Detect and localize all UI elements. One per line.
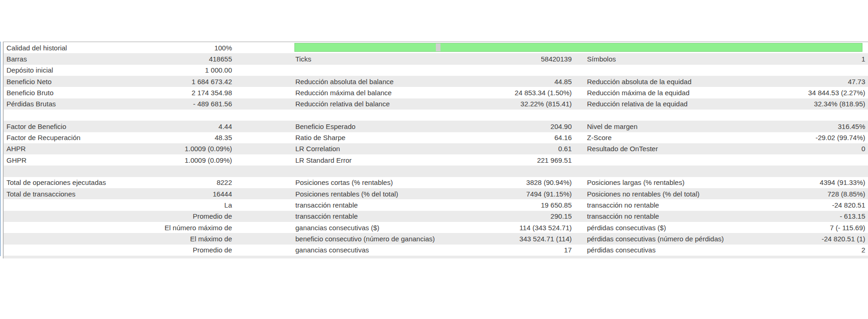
metric-label: ganancias consecutivas <box>292 246 435 254</box>
metric-value: 316.45% <box>727 123 868 130</box>
metric-value: -29.02 (99.74%) <box>727 134 868 141</box>
metric-label: Factor de Recuperación <box>4 134 140 141</box>
metric-value: 32.22% (815.41) <box>435 100 572 108</box>
metric-label: Calidad del historial <box>4 44 140 52</box>
metric-label: Símbolos <box>584 55 727 63</box>
metric-label: Total de transacciones <box>4 190 140 198</box>
table-row[interactable]: AHPR1.0009 (0.09%)LR Correlation0.61Resu… <box>4 143 868 154</box>
metric-label: AHPR <box>4 145 140 153</box>
metric-label: Posiciones largas (% rentables) <box>584 178 727 186</box>
table-row[interactable]: Beneficio Neto1 684 673.42Reducción abso… <box>4 76 868 87</box>
table-row[interactable]: Depósito inicial1 000.00 <box>4 65 868 76</box>
metric-value: 0.61 <box>435 145 572 153</box>
metric-value: Promedio de <box>140 246 232 254</box>
metric-label: ganancias consecutivas ($) <box>292 224 435 232</box>
metric-label: Beneficio Neto <box>4 78 140 86</box>
metric-label: beneficio consecutivo (número de gananci… <box>292 235 435 243</box>
metric-value: 16444 <box>140 190 232 198</box>
table-row[interactable]: Latransacción rentable19 650.85transacci… <box>4 199 868 210</box>
metric-label: Barras <box>4 55 140 63</box>
metric-value: 4394 (91.33%) <box>727 178 868 186</box>
metric-label: Ratio de Sharpe <box>292 134 435 141</box>
metric-value: 4.44 <box>140 123 232 130</box>
metric-label: Factor de Beneficio <box>4 123 140 130</box>
metric-label: transacción no rentable <box>584 201 727 209</box>
metric-value: 1 684 673.42 <box>140 78 232 86</box>
history-quality-bar <box>294 43 862 52</box>
metric-label: Reducción absoluta de la equidad <box>584 78 727 86</box>
results-table-rows: Calidad del historial100%Barras418655Tic… <box>4 42 868 256</box>
table-row[interactable]: El máximo debeneficio consecutivo (númer… <box>4 233 868 244</box>
metric-value: 1 <box>727 55 868 63</box>
metric-label: transacción no rentable <box>584 212 727 220</box>
metric-label: transacción rentable <box>292 201 435 209</box>
metric-value: 8222 <box>140 178 232 186</box>
table-row[interactable]: Pérdidas Brutas- 489 681.56Reducción rel… <box>4 98 868 110</box>
metric-value: El número máximo de <box>140 224 232 232</box>
tester-results-table: Calidad del historial100%Barras418655Tic… <box>3 42 868 258</box>
metric-label: Reducción máxima del balance <box>292 89 435 97</box>
metric-value: 24 853.34 (1.50%) <box>435 89 572 97</box>
metric-label: Reducción relativa de la equidad <box>584 100 727 108</box>
table-row[interactable]: Factor de Recuperación48.35Ratio de Shar… <box>4 132 868 143</box>
metric-value: -24 820.51 (1) <box>727 235 868 243</box>
metric-value: - 613.15 <box>727 212 868 220</box>
metric-label: Nivel de margen <box>584 123 727 130</box>
metric-value: 343 524.71 (114) <box>435 235 572 243</box>
metric-label: LR Correlation <box>292 145 435 153</box>
table-row[interactable]: Calidad del historial100% <box>4 42 868 53</box>
metric-value: 64.16 <box>435 134 572 141</box>
metric-value: 34 844.53 (2.27%) <box>727 89 868 97</box>
metric-value: 728 (8.85%) <box>727 190 868 198</box>
table-bottom-partial-row <box>4 256 868 258</box>
table-row[interactable]: Barras418655Ticks58420139Símbolos1 <box>4 53 868 64</box>
metric-value: 290.15 <box>435 212 572 220</box>
metric-label: Pérdidas Brutas <box>4 100 140 108</box>
metric-value: 3828 (90.94%) <box>435 178 572 186</box>
metric-label: transacción rentable <box>292 212 435 220</box>
metric-label: LR Standard Error <box>292 156 435 164</box>
metric-value: 100% <box>140 44 232 52</box>
metric-value: 204.90 <box>435 123 572 130</box>
table-row[interactable]: GHPR1.0009 (0.09%)LR Standard Error221 9… <box>4 154 868 166</box>
metric-value: 221 969.51 <box>435 156 572 164</box>
screenshot-root: { "panel": { "name": "Resultados del bac… <box>0 0 868 319</box>
metric-value: 47.73 <box>727 78 868 86</box>
quality-bar-gap <box>436 43 440 51</box>
metric-value: - 489 681.56 <box>140 100 232 108</box>
metric-label: Beneficio Esperado <box>292 123 435 130</box>
metric-value: 1 000.00 <box>140 66 232 74</box>
metric-value: 48.35 <box>140 134 232 141</box>
metric-label: Beneficio Bruto <box>4 89 140 97</box>
metric-label: Ticks <box>292 55 435 63</box>
table-row[interactable]: El número máximo deganancias consecutiva… <box>4 222 868 233</box>
table-row[interactable]: Promedio detransacción rentable290.15tra… <box>4 211 868 222</box>
metric-label: Total de operaciones ejecutadas <box>4 178 140 186</box>
metric-label: GHPR <box>4 156 140 164</box>
metric-value: 58420139 <box>435 55 572 63</box>
metric-value: 2 174 354.98 <box>140 89 232 97</box>
metric-value: Promedio de <box>140 212 232 220</box>
metric-value: 0 <box>727 145 868 153</box>
metric-value: 17 <box>435 246 572 254</box>
table-row[interactable]: Beneficio Bruto2 174 354.98Reducción máx… <box>4 87 868 98</box>
metric-label: Reducción absoluta del balance <box>292 78 435 86</box>
metric-value: 19 650.85 <box>435 201 572 209</box>
metric-value: 7 (- 115.69) <box>727 224 868 232</box>
table-row[interactable] <box>4 110 868 121</box>
metric-label: Reducción máxima de la equidad <box>584 89 727 97</box>
metric-value: El máximo de <box>140 235 232 243</box>
metric-value: 418655 <box>140 55 232 63</box>
metric-value: 7494 (91.15%) <box>435 190 572 198</box>
metric-label: Posiciones cortas (% rentables) <box>292 178 435 186</box>
metric-value: 1.0009 (0.09%) <box>140 145 232 153</box>
table-row[interactable]: Total de operaciones ejecutadas8222Posic… <box>4 177 868 188</box>
table-row[interactable]: Factor de Beneficio4.44Beneficio Esperad… <box>4 121 868 132</box>
metric-value: 32.34% (818.95) <box>727 100 868 108</box>
table-row[interactable] <box>4 166 868 177</box>
metric-value: 1.0009 (0.09%) <box>140 156 232 164</box>
table-row[interactable]: Promedio deganancias consecutivas17pérdi… <box>4 245 868 256</box>
metric-label: Resultado de OnTester <box>584 145 727 153</box>
metric-label: Z-Score <box>584 134 727 141</box>
table-row[interactable]: Total de transacciones16444Posiciones re… <box>4 188 868 199</box>
